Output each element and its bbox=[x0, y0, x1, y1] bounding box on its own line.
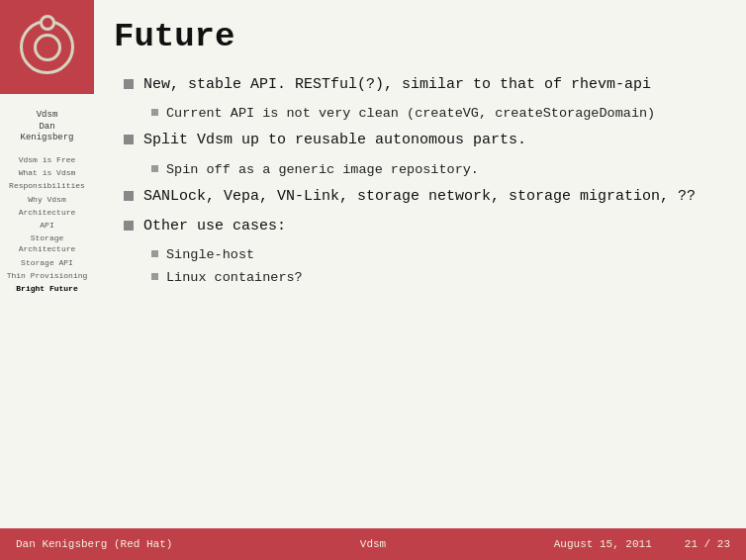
sidebar-title: Vdsm bbox=[8, 110, 86, 122]
sidebar-nav-item[interactable]: What is Vdsm bbox=[4, 166, 90, 179]
footer-date: August 15, 2011 bbox=[554, 538, 652, 550]
logo-icon bbox=[20, 20, 74, 74]
presenter-name: DanKenigsberg bbox=[8, 122, 86, 144]
sidebar-nav-item[interactable]: Bright Future bbox=[4, 282, 90, 295]
bullet-marker-l1 bbox=[124, 221, 134, 231]
footer-center: Vdsm bbox=[254, 538, 493, 550]
bullet-text-l2: Linux containers? bbox=[166, 269, 303, 287]
sidebar-nav-item[interactable]: API bbox=[4, 219, 90, 232]
sidebar-nav-item[interactable]: Responsibilities bbox=[4, 179, 90, 192]
sidebar: Vdsm DanKenigsberg Vdsm is FreeWhat is V… bbox=[0, 0, 94, 528]
bullet-marker-l2 bbox=[151, 109, 158, 116]
bullet-marker-l2 bbox=[151, 250, 158, 257]
nav-items-list: Vdsm is FreeWhat is VdsmResponsibilities… bbox=[4, 153, 90, 295]
sub-bullets: Current API is not very clean (createVG,… bbox=[124, 105, 726, 123]
footer-left: Dan Kenigsberg (Red Hat) bbox=[16, 538, 254, 550]
bullet-text-l2: Spin off as a generic image repository. bbox=[166, 161, 479, 179]
bullet-text-l1: Split Vdsm up to reusable autonomous par… bbox=[143, 131, 526, 150]
logo-inner-circle bbox=[34, 34, 61, 61]
bullet-text-l1: Other use cases: bbox=[143, 217, 286, 236]
sub-bullets: Single-hostLinux containers? bbox=[124, 246, 726, 286]
slide-title: Future bbox=[114, 18, 726, 55]
footer-page: 21 / 23 bbox=[685, 538, 730, 550]
bullet-text-l1: SANLock, Vepa, VN-Link, storage network,… bbox=[143, 187, 696, 207]
sidebar-nav-item[interactable]: Storage Architecture bbox=[4, 232, 90, 255]
bullet-group: Split Vdsm up to reusable autonomous par… bbox=[124, 131, 726, 178]
sidebar-nav-item[interactable]: Vdsm is Free bbox=[4, 153, 90, 166]
sub-bullets: Spin off as a generic image repository. bbox=[124, 161, 726, 179]
bullet-l1: New, stable API. RESTful(?), similar to … bbox=[124, 75, 726, 95]
presenter-info: Vdsm DanKenigsberg bbox=[4, 102, 90, 152]
bullet-marker-l1 bbox=[124, 191, 134, 201]
sidebar-navigation: Vdsm DanKenigsberg Vdsm is FreeWhat is V… bbox=[0, 94, 94, 303]
main-content: Future New, stable API. RESTful(?), simi… bbox=[94, 0, 746, 528]
bullet-l2: Current API is not very clean (createVG,… bbox=[124, 105, 726, 123]
footer-right: August 15, 2011 21 / 23 bbox=[492, 538, 730, 550]
bullet-content: New, stable API. RESTful(?), similar to … bbox=[94, 65, 746, 528]
bullet-l1: SANLock, Vepa, VN-Link, storage network,… bbox=[124, 187, 726, 207]
logo-area bbox=[0, 0, 94, 94]
sidebar-nav-item[interactable]: Storage API bbox=[4, 256, 90, 269]
bullet-marker-l1 bbox=[124, 79, 134, 89]
sidebar-nav-item[interactable]: Thin Provisioning bbox=[4, 269, 90, 282]
bullet-marker-l2 bbox=[151, 273, 158, 280]
bullet-text-l1: New, stable API. RESTful(?), similar to … bbox=[143, 75, 651, 95]
bullet-marker-l1 bbox=[124, 135, 134, 144]
bullet-text-l2: Single-host bbox=[166, 246, 254, 264]
logo-top bbox=[40, 15, 55, 31]
sidebar-nav-item[interactable]: Why Vdsm bbox=[4, 193, 90, 206]
bullet-group: New, stable API. RESTful(?), similar to … bbox=[124, 75, 726, 123]
bullet-text-l2: Current API is not very clean (createVG,… bbox=[166, 105, 655, 123]
bullet-l2: Spin off as a generic image repository. bbox=[124, 161, 726, 179]
footer: Dan Kenigsberg (Red Hat) Vdsm August 15,… bbox=[0, 528, 746, 560]
sidebar-nav-item[interactable]: Architecture bbox=[4, 206, 90, 219]
bullet-group: SANLock, Vepa, VN-Link, storage network,… bbox=[124, 187, 726, 207]
bullet-group: Other use cases:Single-hostLinux contain… bbox=[124, 217, 726, 287]
bullet-l2: Single-host bbox=[124, 246, 726, 264]
bullet-l2: Linux containers? bbox=[124, 269, 726, 287]
bullet-marker-l2 bbox=[151, 165, 158, 172]
bullet-l1: Other use cases: bbox=[124, 217, 726, 236]
bullet-l1: Split Vdsm up to reusable autonomous par… bbox=[124, 131, 726, 150]
title-bar: Future bbox=[94, 0, 746, 65]
